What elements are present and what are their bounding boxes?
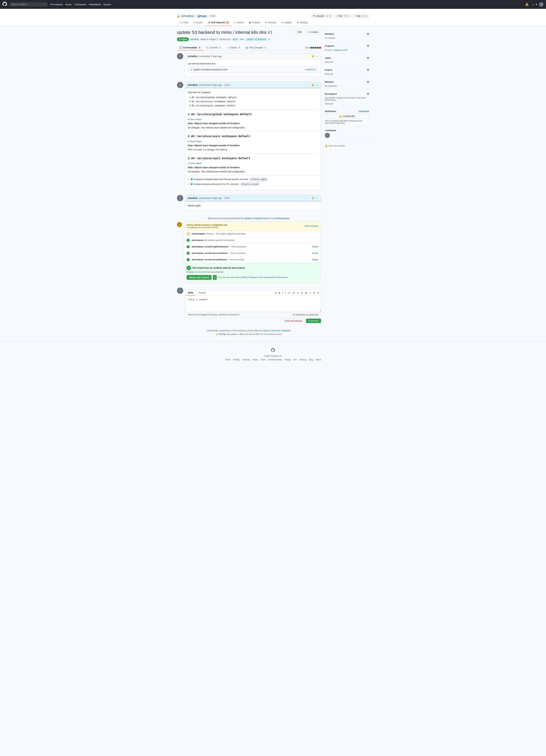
labels-gear-icon[interactable]: ⚙ — [367, 56, 369, 59]
repo-nav-issues[interactable]: ⊙ Issues — [191, 19, 205, 26]
pr-target-branch[interactable]: main — [232, 38, 239, 41]
footer-status-link[interactable]: Status — [252, 358, 258, 361]
merge-dropdown-button[interactable]: ▾ — [213, 275, 217, 280]
footer-pricing-link[interactable]: Pricing — [285, 358, 291, 361]
check-vault-details-link[interactable]: Details — [312, 258, 318, 261]
comment-2-author[interactable]: johndietz — [188, 84, 197, 86]
community-guidelines-link[interactable]: GitHub Community Guidelines — [263, 329, 291, 332]
footer-api-link[interactable]: API — [293, 358, 297, 361]
tab-conversation[interactable]: 💬 Conversation 2 — [177, 45, 204, 50]
comment-2-more-button[interactable]: ⋯ — [315, 83, 318, 87]
nav-codespaces[interactable]: Codespaces — [74, 3, 86, 6]
check-users-details-link[interactable]: Details — [312, 252, 318, 254]
repo-nav-code[interactable]: <> Code — [177, 19, 191, 26]
reviewers-gear-icon[interactable]: ⚙ — [367, 32, 369, 35]
editor-write-tab[interactable]: Write — [185, 290, 196, 296]
footer-privacy-link[interactable]: Privacy — [233, 358, 240, 361]
lock-conversation-button[interactable]: 🔒 Lock conversation — [325, 143, 369, 148]
show-output-3[interactable]: Show Output — [188, 162, 318, 165]
repo-nav-pull-requests[interactable]: ⎇ Pull requests 1 — [205, 19, 231, 26]
pr-author-link[interactable]: johndietz — [190, 38, 199, 41]
footer-docs-link[interactable]: Docs — [261, 358, 265, 361]
info-icon: ℹ — [207, 329, 207, 332]
tab-commits[interactable]: ⊙ Commits 1 — [204, 45, 224, 50]
show-output-2[interactable]: Show Output — [188, 140, 318, 143]
hide-all-checks-link[interactable]: Hide all checks — [305, 225, 318, 227]
copy-branch-icon[interactable]: ⎘ — [268, 38, 270, 41]
toolbar-list[interactable]: ≡ — [284, 291, 286, 294]
comment-1-react-button[interactable]: 🙂 — [312, 55, 314, 57]
footer-blog-link[interactable]: Blog — [309, 358, 313, 361]
create-new-button[interactable]: ＋ ▾ — [531, 2, 538, 7]
nav-marketplace[interactable]: Marketplace — [89, 3, 101, 6]
check-github-details-link[interactable]: Details — [312, 245, 318, 248]
tab-files-changed[interactable]: ▤ Files changed 3 — [243, 45, 269, 50]
toolbar-task-list[interactable]: ☑ — [305, 291, 308, 294]
close-pull-request-button[interactable]: Close pull request — [282, 319, 305, 323]
repo-link[interactable]: johndietz/gitops — [274, 217, 290, 220]
footer-terms-link[interactable]: Terms — [225, 358, 231, 361]
comment-textarea[interactable] — [185, 296, 321, 311]
development-gear-icon[interactable]: ⚙ — [367, 92, 369, 95]
diff-link[interactable]: .diff — [239, 333, 243, 335]
unwatch-button[interactable]: 👁 Unwatch 1 ▾ — [311, 14, 333, 18]
toolbar-italic[interactable]: I — [281, 291, 283, 294]
search-bar[interactable]: Search or jump to... / — [9, 3, 47, 6]
pr-source-branch[interactable]: update-s3-backend — [246, 38, 267, 41]
repo-nav-settings[interactable]: ⚙ Settings — [294, 19, 310, 26]
patch-link[interactable]: .patch — [231, 333, 236, 335]
nav-issues[interactable]: Issues — [65, 3, 72, 6]
footer-contact-link[interactable]: Contact GitHub — [268, 358, 282, 361]
assign-yourself-link[interactable]: assign yourself — [334, 49, 347, 51]
toolbar-ordered-list[interactable]: 1≡ — [300, 291, 304, 294]
toolbar-link[interactable]: 🔗 — [292, 291, 296, 294]
toolbar-unordered-list[interactable]: •≡ — [296, 291, 300, 294]
milestone-gear-icon[interactable]: ⚙ — [367, 80, 369, 83]
merge-pull-request-button[interactable]: Merge pull request — [187, 275, 212, 280]
tab-checks[interactable]: ✓ Checks 0 — [224, 45, 243, 50]
edit-button[interactable]: Edit — [295, 30, 304, 34]
editor-preview-tab[interactable]: Preview — [196, 290, 209, 296]
star-button[interactable]: ☆ Star 0 ▾ — [352, 14, 369, 18]
toolbar-code[interactable]: <> — [287, 291, 291, 294]
unsubscribe-button[interactable]: 🔔 Unsubscribe — [325, 114, 369, 118]
repo-nav-actions[interactable]: ▷ Actions — [231, 19, 246, 26]
nav-pull-requests[interactable]: Pull requests — [50, 3, 63, 6]
repo-nav-security[interactable]: ⛨ Security — [262, 19, 279, 26]
comment-submit-button[interactable]: Comment — [306, 319, 321, 323]
customize-notifications-link[interactable]: Customize — [359, 110, 369, 112]
repo-nav-insights[interactable]: ≋ Insights — [279, 19, 294, 26]
source-branch-link[interactable]: update-s3-backend — [244, 217, 263, 220]
comment-3-react-button[interactable]: 🙂 — [312, 197, 314, 199]
github-logo[interactable] — [3, 2, 7, 7]
participant-avatar-1[interactable]: J — [325, 133, 330, 138]
fork-button[interactable]: ⑂ Fork 0 ▾ — [334, 14, 351, 18]
user-avatar[interactable]: J — [539, 2, 543, 7]
commit-hash-link[interactable]: afb11f2 — [307, 68, 316, 71]
projects-gear-icon[interactable]: ⚙ — [367, 68, 369, 71]
repo-name-link[interactable]: gitops — [197, 14, 207, 18]
comment-1-more-button[interactable]: ⋯ — [315, 54, 318, 58]
repo-owner-link[interactable]: johndietz — [181, 14, 194, 18]
footer-security-link[interactable]: Security — [242, 358, 250, 361]
show-output-1[interactable]: Show Output — [188, 118, 318, 121]
comment-2-react-button[interactable]: 🙂 — [312, 84, 314, 86]
code-button[interactable]: <> Code ▾ — [305, 30, 321, 34]
toolbar-undo[interactable]: ↺ — [316, 291, 320, 294]
cli-instructions-link[interactable]: command line instructions — [264, 276, 287, 278]
assignees-gear-icon[interactable]: ⚙ — [367, 44, 369, 47]
comment-3-author[interactable]: johndietz — [188, 197, 197, 199]
nav-explore[interactable]: Explore — [104, 3, 111, 6]
check-vault-name: atlantis/plan: terraform/vault/default — [192, 258, 227, 261]
toolbar-mention[interactable]: ☺ — [309, 291, 312, 294]
open-desktop-link[interactable]: open this in GitHub Desktop — [230, 276, 256, 278]
comment-1-author[interactable]: johndietz — [188, 55, 197, 57]
repo-nav-projects[interactable]: ▦ Projects — [246, 19, 263, 26]
footer-about-link[interactable]: About — [316, 358, 321, 361]
comment-3-more-button[interactable]: ⋯ — [315, 196, 318, 200]
toolbar-redo[interactable]: ↻ — [313, 291, 316, 294]
notification-bell[interactable]: 🔔 — [524, 2, 530, 7]
toolbar-bold[interactable]: B — [278, 291, 281, 294]
footer-training-link[interactable]: Training — [299, 358, 306, 361]
toolbar-heading[interactable]: H — [274, 291, 277, 294]
